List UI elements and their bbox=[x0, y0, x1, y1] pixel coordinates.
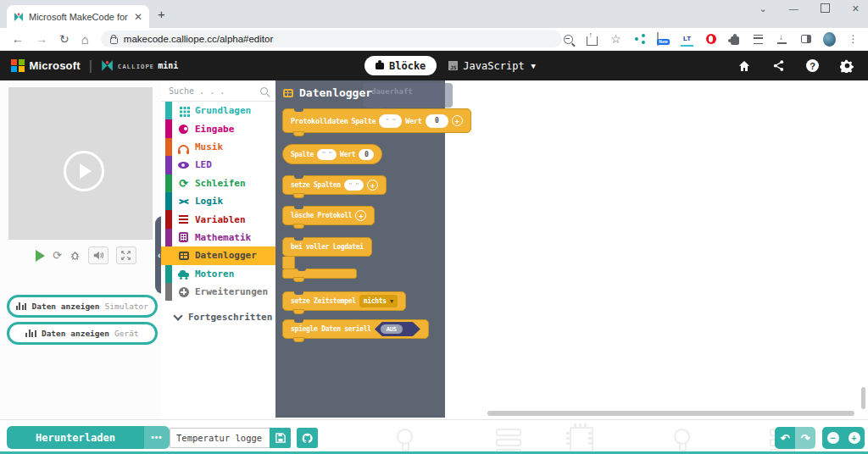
toolbox-category-led[interactable]: LED bbox=[161, 156, 275, 174]
zoom-page-icon[interactable] bbox=[562, 33, 575, 46]
category-color-strip bbox=[165, 265, 172, 283]
profile-avatar[interactable] bbox=[823, 33, 836, 46]
tab-close-icon[interactable]: ✕ bbox=[134, 12, 142, 22]
browser-home-icon[interactable]: ⌂ bbox=[81, 32, 89, 47]
bookmark-star-icon[interactable]: ☆ bbox=[609, 33, 622, 46]
extensions-puzzle-icon[interactable] bbox=[728, 33, 741, 46]
sim-restart-icon[interactable]: ⟳ bbox=[53, 250, 62, 261]
table-icon bbox=[282, 87, 293, 98]
expand-plus-icon[interactable]: + bbox=[355, 210, 366, 221]
dropdown-field[interactable]: nichts▼ bbox=[359, 295, 398, 307]
flyout-block[interactable]: setze Spalten" "+ bbox=[282, 175, 387, 195]
number-input-slot[interactable]: 0 bbox=[359, 149, 374, 160]
toolbox-category-datenlogger[interactable]: Datenlogger bbox=[161, 246, 275, 264]
browser-menu-icon[interactable]: ⋮ bbox=[847, 33, 860, 46]
show-data-device-button[interactable]: Daten anzeigen Gerät bbox=[7, 322, 158, 345]
extension-share-icon[interactable] bbox=[633, 33, 646, 46]
share-page-icon[interactable] bbox=[586, 33, 598, 46]
microsoft-logo bbox=[11, 59, 25, 73]
back-icon[interactable]: ← bbox=[12, 32, 24, 46]
blocks-toggle-button[interactable]: Blöcke bbox=[364, 56, 437, 75]
show-data-simulator-button[interactable]: Daten anzeigen Simulator bbox=[7, 295, 158, 318]
github-button[interactable] bbox=[297, 428, 318, 448]
tab-search-icon[interactable]: ⌄ bbox=[760, 3, 767, 14]
browser-toolbar: ← → ↻ ⌂ makecode.calliope.cc/alpha#edito… bbox=[0, 28, 868, 51]
toolbox-advanced[interactable]: Fortgeschritten bbox=[161, 307, 275, 326]
category-color-strip bbox=[165, 156, 172, 174]
flyout-block[interactable]: spiegle Daten seriellAUS bbox=[282, 319, 429, 339]
block-label: Spalte bbox=[351, 117, 376, 125]
redo-button[interactable]: ↷ bbox=[795, 427, 815, 449]
play-overlay-icon[interactable] bbox=[64, 151, 104, 191]
download-options-button[interactable]: ••• bbox=[144, 426, 170, 449]
string-input-slot[interactable]: " " bbox=[317, 149, 337, 160]
sim-fullscreen-icon[interactable] bbox=[116, 246, 136, 264]
help-icon[interactable]: ? bbox=[806, 59, 819, 72]
toolbox-category-grundlagen[interactable]: Grundlagen bbox=[161, 102, 275, 119]
block-label: setze Spalten bbox=[291, 181, 341, 189]
settings-gear-icon[interactable] bbox=[840, 58, 854, 73]
side-panel-icon[interactable] bbox=[799, 33, 812, 46]
led-icon bbox=[178, 159, 189, 170]
zoom-out-button[interactable]: − bbox=[822, 427, 843, 449]
expand-plus-icon[interactable]: + bbox=[367, 180, 378, 191]
toolbox-search[interactable]: Suche . . . bbox=[161, 80, 275, 102]
car-icon bbox=[178, 269, 189, 280]
number-input-slot[interactable]: 0 bbox=[426, 114, 448, 128]
project-name-input[interactable] bbox=[170, 428, 270, 448]
string-input-slot[interactable]: " " bbox=[379, 114, 402, 128]
download-button[interactable]: Herunterladen bbox=[7, 426, 144, 449]
headphones-icon bbox=[178, 141, 189, 152]
toolbox-category-musik[interactable]: Musik bbox=[161, 138, 275, 156]
expand-plus-icon[interactable]: + bbox=[452, 115, 463, 126]
flyout-block[interactable]: setze Zeitstempelnichts▼ bbox=[282, 291, 406, 311]
flyout-block[interactable]: lösche Protokoll+ bbox=[282, 206, 375, 225]
browser-tab[interactable]: Microsoft MakeCode for Calliop ✕ bbox=[7, 5, 149, 28]
zoom-in-button[interactable]: + bbox=[843, 427, 865, 449]
sim-play-icon[interactable] bbox=[36, 250, 45, 262]
toolbox-category-erweiterungen[interactable]: Erweiterungen bbox=[161, 283, 275, 301]
string-input-slot[interactable]: " " bbox=[344, 180, 364, 191]
downloads-icon[interactable] bbox=[776, 33, 788, 46]
extension-opera-icon[interactable] bbox=[704, 33, 717, 46]
forward-icon[interactable]: → bbox=[36, 32, 47, 46]
reading-list-icon[interactable] bbox=[752, 33, 765, 46]
extension-lt-icon[interactable]: LT bbox=[681, 32, 693, 47]
flyout-block[interactable]: bei voller Logdatei bbox=[282, 237, 372, 279]
category-color-strip bbox=[165, 283, 172, 301]
workspace-ghost-block: dauerhaft bbox=[363, 83, 453, 108]
block-label: bei voller Logdatei bbox=[291, 243, 364, 251]
window-minimize-icon[interactable]: — bbox=[789, 3, 798, 14]
javascript-toggle-button[interactable]: JS JavaScript ▼ bbox=[448, 60, 536, 72]
toolbox-category-eingabe[interactable]: Eingabe bbox=[161, 119, 275, 137]
flyout-block[interactable]: Spalte" "Wert0 bbox=[282, 144, 382, 164]
browser-tabstrip: Microsoft MakeCode for Calliop ✕ + ⌄ — ✕ bbox=[0, 0, 868, 28]
toolbox-category-variablen[interactable]: Variablen bbox=[161, 210, 275, 228]
category-label: Musik bbox=[195, 141, 223, 152]
window-maximize-icon[interactable] bbox=[821, 3, 830, 13]
reload-icon[interactable]: ↻ bbox=[59, 32, 70, 46]
share-icon[interactable] bbox=[772, 59, 785, 72]
workspace-horizontal-scrollbar[interactable] bbox=[487, 411, 854, 416]
category-label: Schleifen bbox=[195, 178, 246, 189]
toolbox-category-motoren[interactable]: Motoren bbox=[161, 265, 275, 283]
sim-sound-icon[interactable] bbox=[88, 246, 108, 264]
toolbox-category-logik[interactable]: Logik bbox=[161, 192, 275, 210]
new-tab-button[interactable]: + bbox=[158, 7, 165, 21]
flyout-block[interactable]: ProtokolldatenSpalte" "Wert0+ bbox=[282, 108, 471, 133]
window-close-icon[interactable]: ✕ bbox=[852, 3, 860, 14]
simulator-screen[interactable] bbox=[8, 87, 153, 240]
chevron-down-icon: ▼ bbox=[531, 62, 536, 70]
save-button[interactable] bbox=[270, 428, 291, 448]
toolbox-category-mathematik[interactable]: Mathematik bbox=[161, 229, 275, 246]
sim-debug-icon[interactable] bbox=[70, 250, 81, 261]
workspace-vertical-scrollbar[interactable] bbox=[861, 387, 865, 409]
simulator-controls: ⟳ bbox=[36, 246, 136, 264]
extension-new-icon[interactable]: New bbox=[657, 33, 670, 46]
toolbox-category-schleifen[interactable]: ⟳Schleifen bbox=[161, 174, 275, 192]
url-text[interactable]: makecode.calliope.cc/alpha#editor bbox=[124, 34, 273, 44]
address-bar[interactable]: makecode.calliope.cc/alpha#editor bbox=[101, 30, 562, 47]
serial-mirror-toggle[interactable]: AUS bbox=[375, 322, 420, 336]
home-icon[interactable] bbox=[737, 59, 751, 73]
undo-button[interactable]: ↶ bbox=[775, 427, 795, 449]
